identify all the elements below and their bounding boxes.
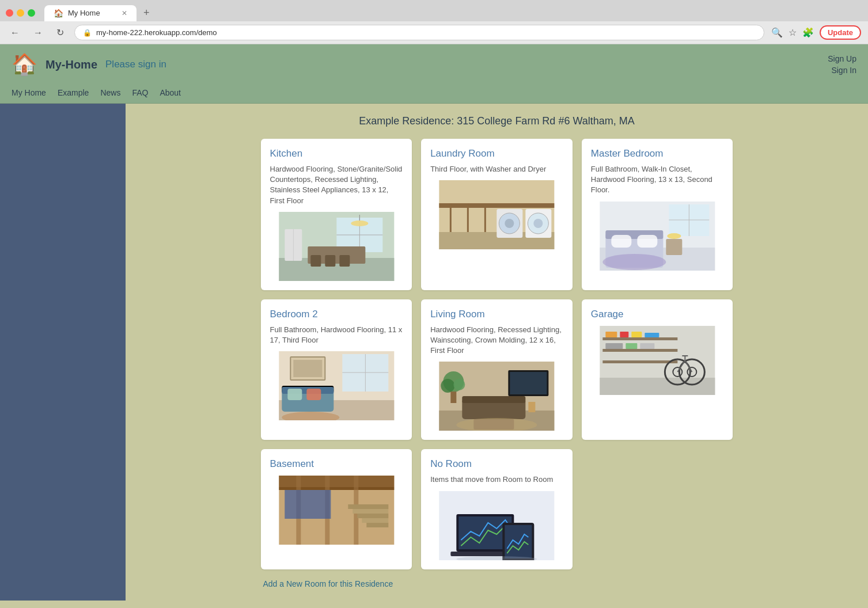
sidebar (0, 104, 126, 601)
room-card-basement[interactable]: Basement (261, 449, 412, 569)
svg-rect-8 (339, 255, 350, 267)
back-button[interactable]: ← (7, 26, 23, 39)
svg-rect-62 (528, 402, 535, 412)
svg-rect-7 (325, 255, 335, 267)
url-bar[interactable]: 🔒 my-home-222.herokuapp.com/demo (74, 25, 764, 40)
room-card-laundry[interactable]: Laundry Room Third Floor, with Washer an… (421, 139, 573, 290)
extensions-icon[interactable]: 🧩 (802, 27, 814, 38)
tab-title: My Home (68, 9, 100, 17)
url-text: my-home-222.herokuapp.com/demo (96, 28, 217, 37)
browser-tab[interactable]: 🏠 My Home ✕ (44, 5, 137, 21)
update-button[interactable]: Update (820, 25, 861, 40)
room-desc-living: Hardwood Flooring, Recessed Lighting, Wa… (430, 325, 563, 356)
nav-about[interactable]: About (160, 88, 181, 97)
header-left: 🏠 My-Home Please sign in (12, 52, 166, 77)
svg-point-56 (453, 379, 465, 390)
star-icon[interactable]: ☆ (789, 27, 797, 38)
room-name-basement: Basement (270, 458, 403, 470)
svg-point-9 (351, 221, 368, 226)
nav-bar: My Home Example News FAQ About (0, 85, 868, 104)
tab-bar: 🏠 My Home ✕ + (0, 0, 868, 21)
svg-point-24 (533, 219, 543, 228)
nav-example[interactable]: Example (58, 88, 89, 97)
app-title: My-Home (46, 58, 97, 71)
svg-rect-6 (310, 255, 321, 267)
room-name-bedroom2: Bedroom 2 (270, 309, 403, 320)
minimize-control[interactable] (17, 9, 24, 17)
nav-faq[interactable]: FAQ (132, 88, 148, 97)
svg-rect-53 (510, 372, 547, 394)
app-header: 🏠 My-Home Please sign in Sign Up Sign In (0, 44, 868, 85)
svg-rect-45 (287, 389, 302, 400)
maximize-control[interactable] (28, 9, 35, 17)
room-card-living[interactable]: Living Room Hardwood Flooring, Recessed … (421, 299, 573, 440)
svg-rect-71 (645, 333, 659, 337)
lock-icon: 🔒 (83, 29, 92, 37)
nav-myhome[interactable]: My Home (12, 88, 46, 97)
empty-grid-cell (582, 449, 733, 569)
header-right: Sign Up Sign In (828, 54, 856, 75)
room-desc-laundry: Third Floor, with Washer and Dryer (430, 164, 563, 174)
svg-rect-95 (285, 490, 331, 519)
room-desc-kitchen: Hardwood Flooring, Stone/Granite/Solid C… (270, 164, 403, 206)
window-controls (6, 9, 35, 17)
svg-rect-48 (293, 360, 322, 377)
close-control[interactable] (6, 9, 13, 17)
content-area: Example Residence: 315 College Farm Rd #… (0, 104, 868, 601)
room-name-kitchen: Kitchen (270, 148, 403, 159)
svg-rect-74 (640, 343, 654, 349)
browser-chrome: 🏠 My Home ✕ + ← → ↻ 🔒 my-home-222.heroku… (0, 0, 868, 44)
nav-news[interactable]: News (100, 88, 120, 97)
room-card-kitchen[interactable]: Kitchen Hardwood Flooring, Stone/Granite… (261, 139, 412, 290)
sign-in-link[interactable]: Sign In (831, 66, 856, 75)
sign-up-link[interactable]: Sign Up (828, 54, 856, 63)
room-image-master (591, 202, 724, 271)
svg-point-36 (602, 254, 666, 270)
forward-button[interactable]: → (30, 26, 46, 39)
rooms-grid-bottom: Basement (261, 449, 733, 569)
room-card-bedroom2[interactable]: Bedroom 2 Full Bathroom, Hardwood Floori… (261, 299, 412, 440)
tab-favicon: 🏠 (54, 9, 63, 18)
tab-close-icon[interactable]: ✕ (122, 9, 127, 17)
svg-rect-70 (631, 332, 642, 337)
svg-rect-59 (462, 396, 525, 403)
rooms-grid: Kitchen Hardwood Flooring, Stone/Granite… (261, 139, 733, 440)
room-image-noroom (430, 491, 563, 560)
room-name-living: Living Room (430, 309, 563, 320)
toolbar-icons: 🔍 ☆ 🧩 Update (771, 25, 861, 40)
add-room-section: Add a New Room for this Residence (261, 579, 733, 589)
room-image-basement (270, 476, 403, 545)
room-image-garage (591, 326, 724, 395)
svg-rect-15 (439, 203, 554, 208)
svg-rect-66 (602, 349, 677, 352)
room-desc-noroom: Items that move from Room to Room (430, 474, 563, 485)
svg-point-35 (667, 233, 681, 239)
svg-rect-68 (605, 332, 617, 337)
search-icon[interactable]: 🔍 (771, 27, 783, 38)
app-logo: 🏠 (12, 52, 37, 77)
svg-rect-101 (505, 525, 532, 558)
room-card-master[interactable]: Master Bedroom Full Bathroom, Walk-In Cl… (582, 139, 733, 290)
svg-rect-34 (666, 239, 682, 255)
room-image-kitchen (270, 212, 403, 281)
room-name-noroom: No Room (430, 458, 563, 470)
room-name-garage: Garage (591, 309, 724, 320)
room-name-master: Master Bedroom (591, 148, 724, 159)
reload-button[interactable]: ↻ (53, 26, 67, 39)
room-image-living (430, 362, 563, 431)
room-card-garage[interactable]: Garage (582, 299, 733, 440)
main-content: Example Residence: 315 College Farm Rd #… (126, 104, 868, 601)
svg-rect-92 (362, 518, 388, 523)
add-room-link[interactable]: Add a New Room for this Residence (263, 579, 393, 588)
room-card-noroom[interactable]: No Room Items that move from Room to Roo… (421, 449, 573, 569)
svg-rect-57 (450, 392, 456, 403)
svg-rect-90 (352, 509, 388, 514)
new-tab-button[interactable]: + (139, 5, 154, 21)
svg-rect-93 (366, 523, 388, 527)
svg-rect-32 (611, 235, 631, 248)
room-desc-bedroom2: Full Bathroom, Hardwood Flooring, 11 x 1… (270, 325, 403, 345)
svg-point-21 (505, 219, 514, 228)
svg-rect-46 (306, 389, 321, 400)
svg-rect-91 (357, 514, 388, 518)
page-title: Example Residence: 315 College Farm Rd #… (143, 115, 851, 127)
